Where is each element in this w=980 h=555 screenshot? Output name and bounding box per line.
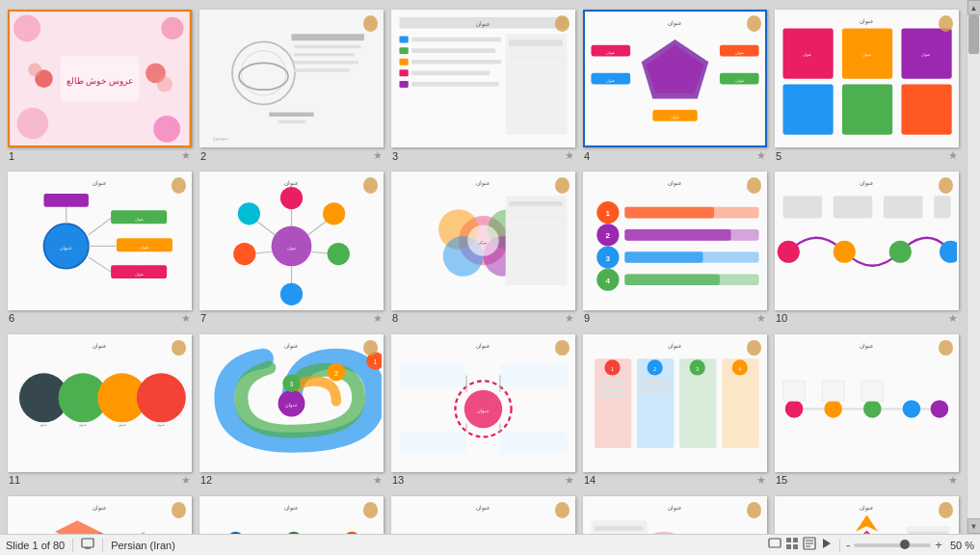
svg-rect-60 xyxy=(842,84,892,134)
slide-thumbnail-12[interactable]: عنوان عنوان 1 2 3 xyxy=(199,334,384,472)
svg-rect-20 xyxy=(269,112,313,117)
svg-text:عنوان: عنوان xyxy=(79,422,87,426)
slide-thumbnail-15[interactable]: عنوان xyxy=(775,334,959,472)
slide-item-13[interactable]: عنوان عنوان xyxy=(391,334,575,489)
slide-thumbnail-4[interactable]: عنوان عنوان عنوان عنوان عنوان xyxy=(583,10,767,147)
slide-star-2: ★ xyxy=(373,149,383,162)
svg-rect-28 xyxy=(399,47,408,54)
slide-number-14: 14 xyxy=(584,474,596,486)
svg-text:عنوان: عنوان xyxy=(735,50,744,55)
svg-text:3: 3 xyxy=(606,254,611,263)
slides-panel[interactable]: عروس خوش طالع 1 ★ xyxy=(0,0,967,534)
slide-item-1[interactable]: عروس خوش طالع 1 ★ xyxy=(8,10,192,164)
slide-thumbnail-20[interactable]: عنوان عنوان xyxy=(775,496,959,534)
svg-rect-76 xyxy=(43,194,88,207)
svg-rect-11 xyxy=(202,12,382,145)
svg-point-1 xyxy=(13,14,40,41)
slide-meta-10: 10 ★ xyxy=(775,310,959,327)
scroll-up-arrow[interactable]: ▲ xyxy=(967,0,981,15)
svg-point-93 xyxy=(280,283,303,305)
slide-meta-8: 8 ★ xyxy=(391,310,575,327)
slide-item-6[interactable]: عنوان عنوان عنوان xyxy=(8,172,192,326)
svg-rect-59 xyxy=(782,84,833,134)
slide-number-3: 3 xyxy=(392,150,398,162)
slide-item-16[interactable]: عنوان عنوان xyxy=(8,496,192,534)
svg-text:2: 2 xyxy=(606,232,611,241)
svg-point-193 xyxy=(824,400,842,418)
slide-number-15: 15 xyxy=(776,474,787,486)
svg-rect-19 xyxy=(294,68,350,71)
slide-thumbnail-13[interactable]: عنوان عنوان xyxy=(391,334,575,472)
slide-item-19[interactable]: عنوان xyxy=(583,496,767,534)
slide-thumbnail-14[interactable]: عنوان 1 2 3 4 xyxy=(583,334,767,472)
slide-thumbnail-18[interactable]: عنوان xyxy=(391,496,575,534)
slide-item-4[interactable]: عنوان عنوان عنوان عنوان عنوان xyxy=(583,10,767,164)
slide-item-15[interactable]: عنوان 1 xyxy=(775,334,959,489)
svg-rect-17 xyxy=(294,53,356,56)
slide-item-17[interactable]: عنوان 1 2 3 xyxy=(199,496,384,534)
slide-meta-13: 13 ★ xyxy=(391,472,575,489)
slide-thumbnail-9[interactable]: عنوان 1 2 3 xyxy=(583,172,767,309)
scroll-thumb[interactable] xyxy=(968,15,979,54)
slide-item-18[interactable]: عنوان xyxy=(391,496,575,534)
slide-thumbnail-19[interactable]: عنوان xyxy=(583,496,767,534)
slide-meta-12: 12 ★ xyxy=(199,472,384,489)
slide-item-8[interactable]: عنوان مرکز xyxy=(391,172,575,326)
svg-rect-61 xyxy=(901,84,951,134)
slide-star-8: ★ xyxy=(565,312,574,325)
reading-view-icon[interactable] xyxy=(803,537,816,553)
slide-thumbnail-11[interactable]: عنوان عنوان عنوان عنوان عنوان xyxy=(8,334,192,472)
slide-thumbnail-8[interactable]: عنوان مرکز xyxy=(391,172,575,309)
slide-item-2[interactable]: موضوع 2 ★ xyxy=(199,10,384,164)
slide-item-11[interactable]: عنوان عنوان عنوان عنوان عنوان 11 xyxy=(8,334,192,489)
slide-icon xyxy=(81,537,94,553)
scroll-down-arrow[interactable]: ▼ xyxy=(967,518,981,534)
slide-thumbnail-16[interactable]: عنوان عنوان xyxy=(8,496,192,534)
slide-thumbnail-2[interactable]: موضوع xyxy=(199,10,384,147)
svg-rect-134 xyxy=(834,196,873,218)
svg-rect-122 xyxy=(624,251,702,263)
slide-item-20[interactable]: عنوان عنوان xyxy=(775,496,959,534)
slide-item-14[interactable]: عنوان 1 2 3 4 xyxy=(583,334,767,489)
svg-rect-162 xyxy=(399,364,466,386)
svg-text:عنوان: عنوان xyxy=(735,78,744,83)
svg-text:2: 2 xyxy=(334,369,338,376)
vertical-scrollbar[interactable]: ▲ ▼ xyxy=(967,0,980,534)
slideshow-icon[interactable] xyxy=(820,537,834,553)
svg-rect-34 xyxy=(399,81,408,88)
zoom-thumb[interactable] xyxy=(900,540,910,549)
slide-item-5[interactable]: عنوان عنوان عنوان عنوان xyxy=(775,10,959,164)
svg-rect-266 xyxy=(82,539,93,547)
zoom-minus-button[interactable]: - xyxy=(846,538,850,552)
svg-rect-269 xyxy=(769,539,781,547)
slide-thumbnail-7[interactable]: عنوان عنوان xyxy=(199,172,384,309)
slide-thumbnail-6[interactable]: عنوان عنوان عنوان xyxy=(8,172,192,309)
svg-point-3 xyxy=(17,108,48,139)
slide-item-7[interactable]: عنوان عنوان xyxy=(199,172,384,326)
slide-item-3[interactable]: عنوان xyxy=(391,10,575,164)
svg-text:4: 4 xyxy=(606,277,611,285)
svg-rect-105 xyxy=(506,196,568,285)
svg-text:1: 1 xyxy=(606,209,611,218)
slide-thumbnail-3[interactable]: عنوان xyxy=(391,10,575,147)
svg-text:عنوان: عنوان xyxy=(606,78,615,83)
svg-point-91 xyxy=(323,202,345,225)
zoom-slider-container[interactable]: - + xyxy=(846,538,942,552)
zoom-plus-button[interactable]: + xyxy=(935,538,942,552)
slide-item-12[interactable]: عنوان عنوان 1 2 3 xyxy=(199,334,384,489)
slide-thumbnail-10[interactable]: عنوان xyxy=(775,172,959,309)
svg-text:3: 3 xyxy=(290,381,294,387)
slide-meta-6: 6 ★ xyxy=(8,310,192,327)
slide-item-9[interactable]: عنوان 1 2 3 xyxy=(583,172,767,326)
normal-view-icon[interactable] xyxy=(768,537,781,553)
slide-thumbnail-17[interactable]: عنوان 1 2 3 xyxy=(199,496,384,534)
svg-rect-106 xyxy=(509,201,563,206)
slide-item-10[interactable]: عنوان 10 ★ xyxy=(775,172,959,326)
zoom-slider[interactable] xyxy=(854,543,931,547)
grid-view-icon[interactable] xyxy=(785,537,799,553)
slide-thumbnail-1[interactable]: عروس خوش طالع xyxy=(8,10,192,147)
status-separator-1 xyxy=(72,539,73,552)
scroll-track[interactable] xyxy=(967,15,980,518)
status-right: - + 50 % xyxy=(768,537,974,553)
slide-thumbnail-5[interactable]: عنوان عنوان عنوان عنوان xyxy=(775,10,959,147)
